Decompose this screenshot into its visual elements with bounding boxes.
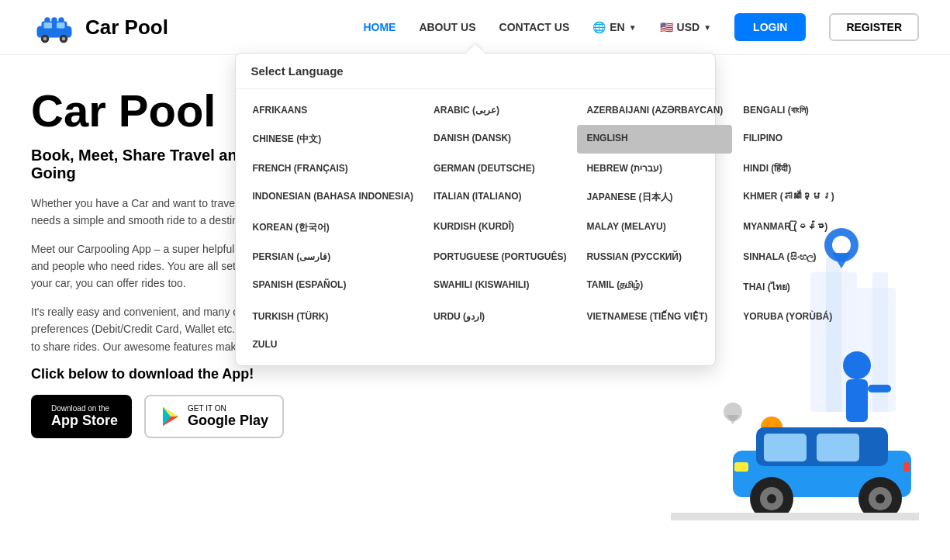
language-option-km[interactable]: KHMER (ភាសាខ្មែរ) bbox=[734, 183, 843, 212]
logo[interactable]: Car Pool bbox=[31, 8, 168, 47]
nav-links: HOME ABOUT US CONTACT US 🌐 EN ▼ 🇺🇸 USD ▼… bbox=[363, 13, 919, 41]
appstore-line2: App Store bbox=[51, 413, 118, 429]
svg-point-33 bbox=[767, 494, 776, 503]
nav-contact[interactable]: CONTACT US bbox=[499, 21, 570, 33]
appstore-button[interactable]: Download on the App Store bbox=[31, 395, 132, 438]
language-option-hi[interactable]: HINDI (हिंदी) bbox=[734, 155, 843, 181]
currency-code: USD bbox=[677, 21, 700, 33]
language-option-ru[interactable]: RUSSIAN (РУССКИЙ) bbox=[577, 244, 732, 270]
language-option-fil[interactable]: FILIPINO bbox=[734, 125, 843, 154]
nav-home[interactable]: HOME bbox=[363, 21, 396, 33]
language-option-sw[interactable]: SWAHILI (KISWAHILI) bbox=[424, 271, 575, 302]
language-option-pt[interactable]: PORTUGUESE (PORTUGUÊS) bbox=[424, 244, 575, 270]
language-option-de[interactable]: GERMAN (DEUTSCHE) bbox=[424, 155, 575, 181]
language-option-th[interactable]: THAI (ไทย) bbox=[734, 271, 843, 302]
language-selector[interactable]: 🌐 EN ▼ bbox=[592, 21, 636, 33]
currency-selector[interactable]: 🇺🇸 USD ▼ bbox=[660, 21, 711, 33]
car-logo-icon bbox=[31, 8, 78, 47]
language-option-fa[interactable]: PERSIAN (فارسی) bbox=[244, 244, 423, 270]
language-option-ms[interactable]: MALAY (MELAYU) bbox=[577, 213, 732, 242]
navbar: Car Pool HOME ABOUT US CONTACT US 🌐 EN ▼… bbox=[0, 0, 950, 55]
language-option-id[interactable]: INDONESIAN (BAHASA INDONESIA) bbox=[244, 183, 423, 212]
language-chevron-icon: ▼ bbox=[629, 23, 637, 32]
language-option-az[interactable]: AZERBAIJANI (AZƏRBAYCAN) bbox=[577, 97, 732, 123]
language-code: EN bbox=[610, 21, 624, 33]
language-option-my[interactable]: MYANMAR (မြန်မာ) bbox=[734, 213, 843, 242]
language-option-bn[interactable]: BENGALI (বাংলি) bbox=[734, 97, 843, 123]
svg-point-10 bbox=[62, 37, 66, 41]
googleplay-button[interactable]: GET IT ON Google Play bbox=[144, 395, 284, 438]
language-option-ja[interactable]: JAPANESE (日本人) bbox=[577, 183, 732, 212]
svg-rect-6 bbox=[57, 22, 65, 29]
language-option-ta[interactable]: TAMIL (தமிழ்) bbox=[577, 271, 732, 302]
language-option-da[interactable]: DANISH (DANSK) bbox=[424, 125, 575, 154]
language-option-zu[interactable]: ZULU bbox=[244, 331, 423, 358]
hero-cta: Click below to download the App! bbox=[31, 366, 403, 382]
googleplay-line2: Google Play bbox=[188, 413, 268, 429]
language-option-en[interactable]: ENGLISH bbox=[577, 125, 732, 154]
login-button[interactable]: LOGIN bbox=[734, 13, 806, 41]
googleplay-icon bbox=[160, 406, 181, 427]
appstore-line1: Download on the bbox=[51, 404, 118, 413]
language-option-he[interactable]: HEBREW (עברית) bbox=[577, 155, 732, 181]
svg-rect-5 bbox=[44, 22, 53, 29]
svg-rect-37 bbox=[734, 462, 748, 472]
currency-flag: 🇺🇸 bbox=[660, 21, 673, 33]
language-option-ku[interactable]: KURDISH (KURDÎ) bbox=[424, 213, 575, 242]
language-flag: 🌐 bbox=[592, 21, 606, 33]
svg-rect-30 bbox=[817, 434, 859, 461]
language-option-af[interactable]: AFRIKAANS bbox=[244, 97, 423, 123]
register-button[interactable]: REGISTER bbox=[829, 13, 919, 41]
svg-rect-38 bbox=[903, 462, 910, 472]
language-option-es[interactable]: SPANISH (ESPAÑOL) bbox=[244, 271, 423, 302]
dropdown-arrow bbox=[466, 44, 485, 54]
svg-rect-23 bbox=[846, 379, 868, 422]
svg-rect-29 bbox=[764, 434, 807, 461]
svg-point-22 bbox=[843, 351, 871, 379]
svg-point-36 bbox=[876, 494, 885, 503]
language-option-ko[interactable]: KOREAN (한국어) bbox=[244, 213, 423, 242]
language-grid: AFRIKAANSARABIC (عربى)AZERBAIJANI (AZƏRB… bbox=[236, 89, 715, 365]
appstore-text: Download on the App Store bbox=[51, 404, 118, 429]
nav-about[interactable]: ABOUT US bbox=[419, 21, 475, 33]
googleplay-line1: GET IT ON bbox=[188, 404, 268, 413]
language-option-yo[interactable]: YORUBA (YORÙBÁ) bbox=[734, 303, 843, 330]
language-option-fr[interactable]: FRENCH (FRANÇAIS) bbox=[244, 155, 423, 181]
svg-rect-39 bbox=[671, 513, 919, 520]
language-option-ar[interactable]: ARABIC (عربى) bbox=[424, 97, 575, 123]
language-option-si[interactable]: SINHALA (සිංහල) bbox=[734, 244, 843, 270]
dropdown-header: Select Language bbox=[236, 54, 715, 89]
logo-text: Car Pool bbox=[85, 16, 168, 40]
currency-chevron-icon: ▼ bbox=[703, 23, 711, 32]
language-option-tr[interactable]: TURKISH (TÜRK) bbox=[244, 303, 423, 330]
language-option-ur[interactable]: URDU (اردو) bbox=[424, 303, 575, 330]
language-dropdown: Select Language AFRIKAANSARABIC (عربى)AZ… bbox=[235, 53, 716, 366]
googleplay-text: GET IT ON Google Play bbox=[188, 404, 268, 429]
language-option-zh[interactable]: CHINESE (中文) bbox=[244, 125, 423, 154]
download-buttons: Download on the App Store GET IT ON Goog… bbox=[31, 395, 403, 438]
language-option-it[interactable]: ITALIAN (ITALIANO) bbox=[424, 183, 575, 212]
svg-rect-24 bbox=[868, 385, 891, 392]
svg-point-8 bbox=[43, 37, 47, 41]
language-option-vi[interactable]: VIETNAMESE (TIẾNG VIỆT) bbox=[577, 303, 732, 330]
